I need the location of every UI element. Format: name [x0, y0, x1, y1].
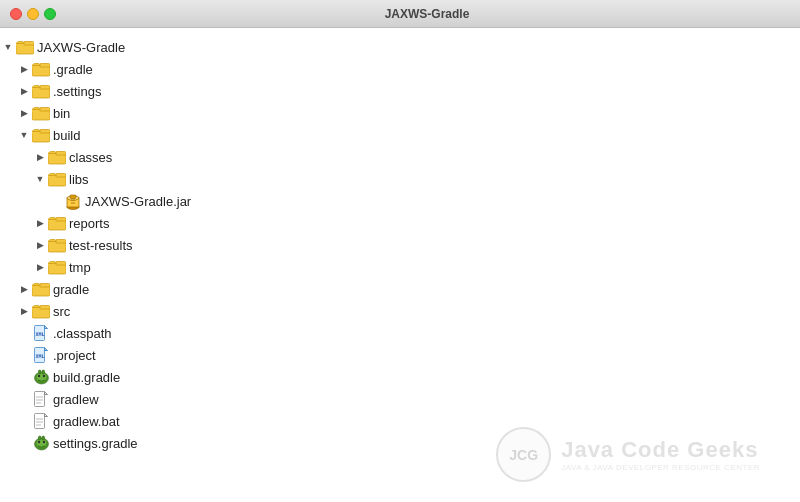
tree-item-label: settings.gradle — [53, 436, 138, 451]
svg-point-35 — [37, 375, 39, 377]
tree-arrow[interactable] — [16, 281, 32, 297]
svg-rect-18 — [70, 195, 76, 199]
tree-item-label: .project — [53, 348, 96, 363]
svg-text:XML: XML — [36, 353, 45, 359]
tree-item-label: bin — [53, 106, 70, 121]
tree-item-root[interactable]: JAXWS-Gradle — [0, 36, 800, 58]
jar-file-icon — [64, 193, 82, 209]
tree-item-gradle[interactable]: .gradle — [0, 58, 800, 80]
gradle-file-icon — [32, 435, 50, 451]
tree-item-label: gradlew.bat — [53, 414, 120, 429]
svg-rect-38 — [42, 370, 45, 374]
svg-rect-37 — [38, 370, 41, 374]
svg-point-50 — [42, 441, 44, 443]
tree-item-label: libs — [69, 172, 89, 187]
folder-icon — [16, 39, 34, 55]
tree-arrow[interactable] — [32, 259, 48, 275]
traffic-lights — [10, 8, 56, 20]
tree-item-label: build — [53, 128, 80, 143]
text-file-icon — [32, 391, 50, 407]
jcg-circle-logo: JCG — [496, 427, 551, 482]
tree-item-label: build.gradle — [53, 370, 120, 385]
tree-item-classes[interactable]: classes — [0, 146, 800, 168]
window-title: JAXWS-Gradle — [64, 7, 790, 21]
tree-arrow[interactable] — [32, 215, 48, 231]
tree-item-label: gradlew — [53, 392, 99, 407]
tree-arrow[interactable] — [16, 127, 32, 143]
tree-item-label: reports — [69, 216, 109, 231]
text-file-icon — [32, 413, 50, 429]
tree-item-bin[interactable]: bin — [0, 102, 800, 124]
folder-icon — [32, 127, 50, 143]
tree-arrow[interactable] — [32, 149, 48, 165]
folder-icon — [32, 105, 50, 121]
tree-item-src[interactable]: src — [0, 300, 800, 322]
tree-arrow[interactable] — [16, 105, 32, 121]
close-button[interactable] — [10, 8, 22, 20]
tree-item-jar[interactable]: JAXWS-Gradle.jar — [0, 190, 800, 212]
tree-item-testresults[interactable]: test-results — [0, 234, 800, 256]
svg-text:XML: XML — [36, 331, 45, 337]
folder-icon — [48, 171, 66, 187]
tree-item-libs[interactable]: libs — [0, 168, 800, 190]
svg-point-49 — [37, 441, 39, 443]
tree-item-label: src — [53, 304, 70, 319]
tree-arrow[interactable] — [16, 303, 32, 319]
tree-item-label: .gradle — [53, 62, 93, 77]
watermark: JCG Java Code Geeks JAVA & JAVA DEVELOPE… — [496, 427, 760, 482]
tree-item-label: test-results — [69, 238, 133, 253]
svg-rect-52 — [42, 436, 45, 440]
jcg-text-block: Java Code Geeks JAVA & JAVA DEVELOPER RE… — [561, 437, 760, 472]
svg-point-36 — [42, 375, 44, 377]
tree-container: JAXWS-Gradle .gradle .settings bin build — [0, 28, 800, 502]
jcg-main-text: Java Code Geeks — [561, 437, 760, 463]
minimize-button[interactable] — [27, 8, 39, 20]
tree-item-buildgradle[interactable]: build.gradle — [0, 366, 800, 388]
svg-rect-39 — [35, 391, 45, 406]
folder-icon — [32, 83, 50, 99]
folder-icon — [32, 303, 50, 319]
tree-item-label: JAXWS-Gradle.jar — [85, 194, 191, 209]
xml-file-icon: XML — [32, 347, 50, 363]
tree-item-classpath[interactable]: XML .classpath — [0, 322, 800, 344]
tree-item-label: .classpath — [53, 326, 112, 341]
tree-arrow[interactable] — [32, 171, 48, 187]
xml-file-icon: XML — [32, 325, 50, 341]
tree-item-label: classes — [69, 150, 112, 165]
folder-icon — [48, 259, 66, 275]
tree-item-build[interactable]: build — [0, 124, 800, 146]
tree-arrow[interactable] — [0, 39, 16, 55]
folder-icon — [48, 215, 66, 231]
tree-item-settings[interactable]: .settings — [0, 80, 800, 102]
folder-icon — [48, 149, 66, 165]
folder-icon — [32, 281, 50, 297]
jcg-sub-text: JAVA & JAVA DEVELOPER RESOURCE CENTER — [561, 463, 760, 472]
svg-rect-51 — [38, 436, 41, 440]
title-bar: JAXWS-Gradle — [0, 0, 800, 28]
tree-item-project[interactable]: XML .project — [0, 344, 800, 366]
tree-item-gradlew[interactable]: gradlew — [0, 388, 800, 410]
tree-item-tmp[interactable]: tmp — [0, 256, 800, 278]
tree-arrow[interactable] — [16, 83, 32, 99]
tree-item-gradlefolder[interactable]: gradle — [0, 278, 800, 300]
svg-rect-43 — [35, 413, 45, 428]
maximize-button[interactable] — [44, 8, 56, 20]
tree-arrow[interactable] — [16, 61, 32, 77]
tree-item-label: tmp — [69, 260, 91, 275]
folder-icon — [32, 61, 50, 77]
tree-item-label: JAXWS-Gradle — [37, 40, 125, 55]
tree-item-reports[interactable]: reports — [0, 212, 800, 234]
folder-icon — [48, 237, 66, 253]
gradle-file-icon — [32, 369, 50, 385]
tree-arrow[interactable] — [32, 237, 48, 253]
tree-item-label: .settings — [53, 84, 101, 99]
tree-item-label: gradle — [53, 282, 89, 297]
